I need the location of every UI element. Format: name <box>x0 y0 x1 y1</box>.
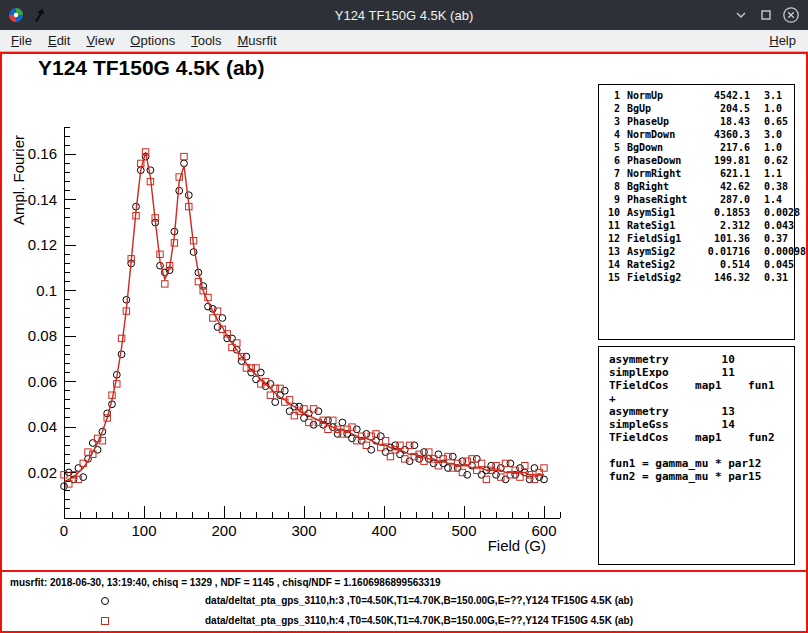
svg-text:0.1: 0.1 <box>36 282 57 299</box>
menu-item-tools[interactable]: Tools <box>183 31 229 50</box>
theory-line: TFieldCos map1 fun2 <box>609 431 794 444</box>
theory-box[interactable]: asymmetry 10simplExpo 11TFieldCos map1 f… <box>598 346 795 565</box>
legend-item: data/deltat_pta_gps_3110,h:4 ,T0=4.50K,T… <box>2 615 806 629</box>
maximize-button[interactable] <box>757 6 775 24</box>
param-row: 6PhaseDown199.810.62 <box>599 154 794 167</box>
param-row: 8BgRight42.620.38 <box>599 180 794 193</box>
param-row: 13AsymSig20.017160.00098 <box>599 245 794 258</box>
param-row: 12FieldSig1101.360.37 <box>599 232 794 245</box>
svg-text:Field (G): Field (G) <box>488 537 546 554</box>
svg-text:Ampl. Fourier: Ampl. Fourier <box>10 135 27 225</box>
svg-text:0.04: 0.04 <box>28 418 57 435</box>
x-axis <box>64 506 560 518</box>
minimize-button[interactable] <box>732 6 750 24</box>
menu-item-view[interactable]: View <box>78 31 122 50</box>
menu-item-musrfit[interactable]: Musrfit <box>230 31 285 50</box>
musrfit-app-icon <box>8 7 24 23</box>
svg-text:400: 400 <box>371 522 396 539</box>
svg-text:0.06: 0.06 <box>28 373 57 390</box>
theory-line: asymmetry 10 <box>609 353 794 366</box>
menu-item-help[interactable]: Help <box>761 31 804 50</box>
param-row: 3PhaseUp18.430.65 <box>599 115 794 128</box>
series-circle <box>61 153 548 489</box>
param-row: 4NormDown4360.33.0 <box>599 128 794 141</box>
menu-item-edit[interactable]: Edit <box>40 31 78 50</box>
param-row: 7NormRight621.11.1 <box>599 167 794 180</box>
x-tick-labels: 0100200300400500600Field (G) <box>60 522 557 554</box>
svg-text:100: 100 <box>131 522 156 539</box>
svg-text:300: 300 <box>291 522 316 539</box>
theory-line <box>609 444 794 457</box>
y-axis <box>64 127 76 518</box>
param-row: 11RateSig12.3120.043 <box>599 219 794 232</box>
close-button[interactable] <box>782 6 800 24</box>
param-row: 10AsymSig10.18530.0028 <box>599 206 794 219</box>
param-row: 14RateSig20.5140.045 <box>599 258 794 271</box>
svg-text:0.14: 0.14 <box>28 191 57 208</box>
svg-text:200: 200 <box>211 522 236 539</box>
series-fit-line <box>64 152 544 482</box>
menu-item-options[interactable]: Options <box>122 31 183 50</box>
theory-lines: asymmetry 10simplExpo 11TFieldCos map1 f… <box>609 353 794 483</box>
application-window: { "colors": { "canvas_border": "#ee1409"… <box>0 0 808 633</box>
legend-item: data/deltat_pta_gps_3110,h:3 ,T0=4.50K,T… <box>2 595 806 609</box>
param-row: 2BgUp204.51.0 <box>599 102 794 115</box>
pin-icon[interactable] <box>32 7 48 23</box>
param-row: 5BgDown217.61.0 <box>599 141 794 154</box>
param-rows: 1NormUp4542.13.12BgUp204.51.03PhaseUp18.… <box>599 89 794 284</box>
y-tick-labels: 0.020.040.060.080.10.120.140.16Ampl. Fou… <box>10 135 57 481</box>
theory-line: fun2 = gamma_mu * par15 <box>609 470 794 483</box>
series-square <box>61 149 547 487</box>
fit-info-line: musrfit: 2018-06-30, 13:19:40, chisq = 1… <box>10 577 441 588</box>
param-row: 9PhaseRight287.01.4 <box>599 193 794 206</box>
theory-line: TFieldCos map1 fun1 <box>609 379 794 392</box>
menu-item-file[interactable]: File <box>3 31 40 50</box>
svg-text:500: 500 <box>451 522 476 539</box>
theory-line: fun1 = gamma_mu * par12 <box>609 457 794 470</box>
theory-line: + <box>609 392 794 405</box>
titlebar[interactable]: Y124 TF150G 4.5K (ab) <box>0 0 808 30</box>
legend-label: data/deltat_pta_gps_3110,h:3 ,T0=4.50K,T… <box>205 595 633 606</box>
svg-text:0.02: 0.02 <box>28 464 57 481</box>
param-row: 1NormUp4542.13.1 <box>599 89 794 102</box>
theory-line: asymmetry 13 <box>609 405 794 418</box>
info-pad[interactable]: musrfit: 2018-06-30, 13:19:40, chisq = 1… <box>2 570 806 631</box>
theory-line: simpleGss 14 <box>609 418 794 431</box>
param-row: 15FieldSig2146.320.31 <box>599 271 794 284</box>
menubar: File Edit View Options Tools Musrfit Hel… <box>0 30 808 52</box>
open-circle-marker <box>101 597 109 605</box>
fit-parameter-box[interactable]: 1NormUp4542.13.12BgUp204.51.03PhaseUp18.… <box>598 84 795 340</box>
theory-line: simplExpo 11 <box>609 366 794 379</box>
svg-text:0.12: 0.12 <box>28 236 57 253</box>
plot-canvas[interactable]: 0100200300400500600Field (G)0.020.040.06… <box>2 54 598 574</box>
open-square-marker <box>101 617 109 625</box>
svg-text:0.16: 0.16 <box>28 145 57 162</box>
window-title: Y124 TF150G 4.5K (ab) <box>0 8 808 23</box>
svg-text:0.08: 0.08 <box>28 327 57 344</box>
root-canvas[interactable]: Y124 TF150G 4.5K (ab) 010020030040050060… <box>0 52 808 633</box>
legend-label: data/deltat_pta_gps_3110,h:4 ,T0=4.50K,T… <box>205 615 633 626</box>
svg-text:0: 0 <box>60 522 68 539</box>
